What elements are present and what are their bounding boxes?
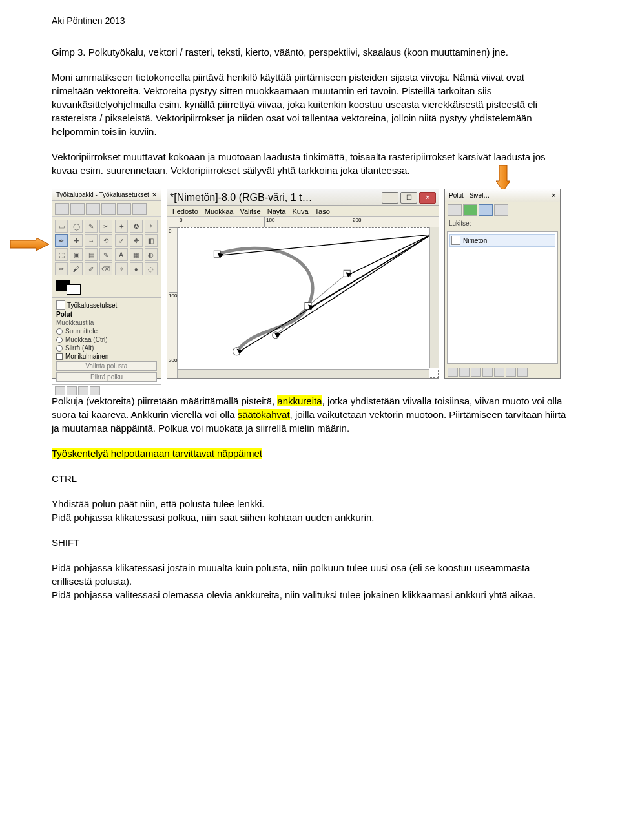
toolbox-close-icon[interactable]: ✕ bbox=[152, 191, 157, 198]
tab-icon[interactable] bbox=[101, 203, 116, 215]
paragraph-vector-quality: Vektoripiirrokset muuttavat kokoaan ja m… bbox=[52, 150, 568, 177]
paths-footer bbox=[445, 366, 560, 378]
color-swatches[interactable] bbox=[52, 278, 161, 297]
paths-panel-title: Polut - Sivel… bbox=[449, 192, 490, 199]
window-maximize-icon[interactable]: ☐ bbox=[400, 192, 417, 204]
tab-icon[interactable] bbox=[55, 203, 69, 215]
gimp-paths-panel: Polut - Sivel… ✕ Lukitse: Nimetön bbox=[444, 189, 561, 379]
svg-line-9 bbox=[220, 235, 431, 255]
check-label: Monikulmainen bbox=[65, 353, 108, 360]
paths-tool-icon[interactable]: ✒ bbox=[55, 234, 68, 247]
radio-design[interactable]: Suunnittele bbox=[56, 328, 157, 335]
tab-icon[interactable] bbox=[70, 203, 85, 215]
tab-icon[interactable] bbox=[463, 204, 477, 216]
footer-icon[interactable] bbox=[482, 368, 493, 377]
tool-icon[interactable]: ⤢ bbox=[115, 234, 128, 247]
visibility-toggle-icon[interactable] bbox=[451, 236, 460, 245]
tool-icon[interactable]: ↔ bbox=[85, 234, 98, 247]
footer-icon[interactable] bbox=[471, 368, 481, 377]
tool-icon[interactable]: ✦ bbox=[115, 220, 128, 233]
footer-icon[interactable] bbox=[55, 386, 65, 395]
ruler-tick: 0 bbox=[169, 227, 178, 234]
tool-icon[interactable]: ✏ bbox=[55, 262, 68, 275]
footer-icon[interactable] bbox=[517, 368, 528, 377]
figure-gimp-screenshot: Työkalupakki - Työkaluasetukset ✕ ▭ ◯ ✎ … bbox=[52, 189, 568, 383]
tab-icon[interactable] bbox=[448, 204, 462, 216]
menu-view[interactable]: Näytä bbox=[267, 207, 286, 215]
footer-icon[interactable] bbox=[90, 386, 100, 395]
canvas-menubar: Tiedosto Muokkaa Valitse Näytä Kuva Taso bbox=[167, 206, 439, 217]
menu-edit[interactable]: Muokkaa bbox=[205, 207, 234, 215]
tool-icon[interactable]: ✥ bbox=[130, 234, 143, 247]
tool-icon[interactable]: ▣ bbox=[70, 248, 83, 261]
tool-icon[interactable]: ◧ bbox=[145, 234, 158, 247]
tool-icon[interactable]: ⌫ bbox=[99, 262, 112, 275]
svg-line-3 bbox=[276, 306, 308, 335]
footer-icon[interactable] bbox=[67, 386, 77, 395]
menu-layer[interactable]: Taso bbox=[315, 207, 330, 215]
footer-icon[interactable] bbox=[448, 368, 458, 377]
tool-icon[interactable]: ⌖ bbox=[145, 220, 158, 233]
menu-image[interactable]: Kuva bbox=[292, 207, 308, 215]
gimp-canvas-window: *[Nimetön]-8.0 (RGB-väri, 1 t… — ☐ ✕ Tie… bbox=[167, 189, 439, 379]
tool-icon[interactable]: ◯ bbox=[70, 220, 83, 233]
tool-icon[interactable]: 🖌 bbox=[70, 262, 83, 275]
tool-icon[interactable]: ▤ bbox=[85, 248, 98, 261]
tool-icon[interactable]: ▦ bbox=[130, 248, 143, 261]
tool-icon[interactable]: ◐ bbox=[145, 248, 158, 261]
path-list-item[interactable]: Nimetön bbox=[450, 234, 555, 247]
scrollbar-vertical[interactable] bbox=[429, 227, 439, 368]
paths-close-icon[interactable]: ✕ bbox=[551, 192, 556, 199]
menu-select[interactable]: Valitse bbox=[240, 207, 260, 215]
tool-icon[interactable]: ⟲ bbox=[99, 234, 112, 247]
tab-icon[interactable] bbox=[132, 203, 147, 215]
label-ctrl: CTRL bbox=[52, 472, 568, 485]
tab-icon[interactable] bbox=[494, 204, 508, 216]
tool-icon[interactable]: ▭ bbox=[55, 220, 68, 233]
svg-marker-1 bbox=[496, 165, 510, 191]
tool-icon[interactable]: ⬚ bbox=[55, 248, 68, 261]
toolopt-section: Polut bbox=[56, 311, 157, 318]
btn-stroke-path[interactable]: Piirrä polku bbox=[56, 372, 157, 382]
lock-row: Lukitse: bbox=[445, 218, 560, 229]
svg-line-11 bbox=[348, 235, 431, 275]
ruler-tick: 100 bbox=[169, 292, 178, 299]
footer-icon[interactable] bbox=[78, 386, 88, 395]
tool-icon[interactable]: ✐ bbox=[85, 262, 98, 275]
bg-color-swatch[interactable] bbox=[67, 284, 81, 295]
radio-move[interactable]: Siirrä (Alt) bbox=[56, 344, 157, 352]
tool-icon[interactable]: ◌ bbox=[145, 262, 158, 275]
tool-icon[interactable]: ✚ bbox=[70, 234, 83, 247]
radio-label: Suunnittele bbox=[65, 328, 98, 335]
tab-icon[interactable] bbox=[117, 203, 131, 215]
check-polygonal[interactable]: Monikulmainen bbox=[56, 353, 157, 360]
tool-icon[interactable]: ✎ bbox=[99, 248, 112, 261]
footer-icon[interactable] bbox=[459, 368, 470, 377]
arrow-down-icon bbox=[496, 165, 510, 191]
menu-file[interactable]: Tiedosto bbox=[171, 207, 198, 215]
toolopt-label: Työkaluasetukset bbox=[67, 302, 117, 309]
tool-icon[interactable]: A bbox=[115, 248, 128, 261]
tool-icon[interactable]: ✂ bbox=[99, 220, 112, 233]
btn-selection-from-path[interactable]: Valinta polusta bbox=[56, 361, 157, 371]
tab-icon[interactable] bbox=[86, 203, 100, 215]
canvas-drawing-area[interactable] bbox=[178, 227, 439, 378]
radio-edit[interactable]: Muokkaa (Ctrl) bbox=[56, 336, 157, 343]
toolbox-footer bbox=[52, 384, 161, 397]
ruler-horizontal: 0 100 200 bbox=[167, 217, 439, 227]
tool-icon[interactable]: ● bbox=[130, 262, 143, 275]
window-close-icon[interactable]: ✕ bbox=[419, 192, 436, 204]
scrollbar-horizontal[interactable] bbox=[178, 369, 429, 378]
paths-list: Nimetön bbox=[447, 231, 558, 364]
tool-icon[interactable]: ✪ bbox=[130, 220, 143, 233]
text-shift: Pidä pohjassa klikatessasi jostain muual… bbox=[52, 561, 568, 602]
tab-paths-icon[interactable] bbox=[479, 204, 493, 216]
footer-icon[interactable] bbox=[494, 368, 504, 377]
window-minimize-icon[interactable]: — bbox=[382, 192, 398, 204]
radio-label: Siirrä (Alt) bbox=[65, 344, 94, 352]
footer-icon[interactable] bbox=[506, 368, 516, 377]
tool-icon[interactable]: ✧ bbox=[115, 262, 128, 275]
lock-toggle[interactable] bbox=[473, 220, 480, 227]
highlight-keys-heading: Työskentelyä helpottamaan tarvittavat nä… bbox=[52, 448, 262, 459]
tool-icon[interactable]: ✎ bbox=[85, 220, 98, 233]
